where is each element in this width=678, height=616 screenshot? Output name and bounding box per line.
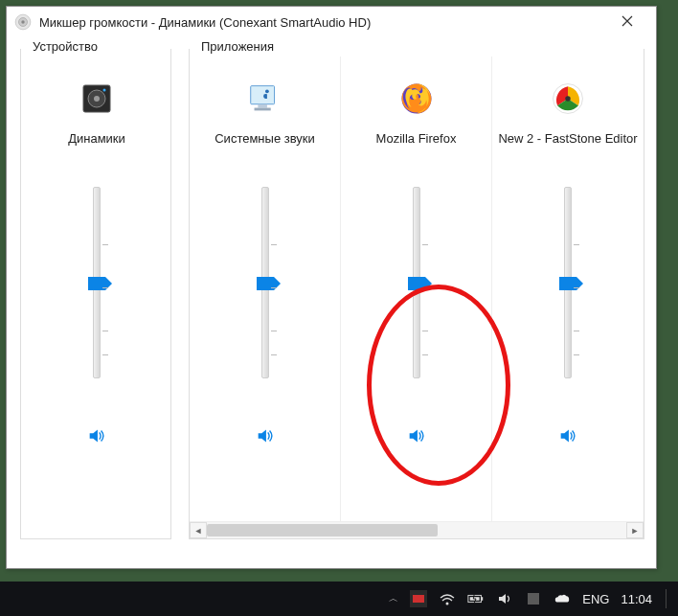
app-mute-button[interactable]	[254, 424, 277, 447]
scroll-right-button[interactable]: ►	[626, 522, 644, 538]
app-channel-faststone: New 2 - FastStone Editor	[492, 57, 644, 521]
tray-app-icon[interactable]	[410, 590, 427, 607]
device-label: Динамики	[62, 131, 131, 166]
apps-section: Приложения Системные звуки	[189, 49, 644, 539]
tray-overflow-button[interactable]: ︿	[389, 592, 398, 605]
svg-rect-8	[258, 104, 267, 108]
taskbar: ︿ ENG 11:04	[0, 582, 678, 616]
svg-point-13	[565, 96, 570, 101]
apps-section-label: Приложения	[197, 39, 278, 54]
battery-icon[interactable]	[467, 590, 485, 607]
tray-square-icon[interactable]	[525, 590, 542, 607]
svg-rect-9	[254, 108, 270, 111]
svg-point-5	[94, 96, 100, 102]
volume-icon[interactable]	[496, 590, 513, 607]
svg-rect-20	[528, 593, 539, 605]
content-area: Устройство Динамики	[7, 37, 656, 553]
wifi-icon[interactable]	[439, 590, 456, 607]
system-sounds-icon[interactable]	[242, 76, 288, 122]
device-mute-button[interactable]	[85, 424, 108, 447]
app-label: Системные звуки	[209, 131, 321, 166]
onedrive-icon[interactable]	[554, 590, 571, 607]
app-slider[interactable]	[248, 187, 282, 401]
device-slider[interactable]	[79, 187, 114, 401]
language-indicator[interactable]: ENG	[582, 592, 609, 606]
svg-rect-7	[250, 86, 274, 104]
scroll-thumb[interactable]	[207, 524, 438, 536]
device-section: Устройство Динамики	[20, 49, 171, 539]
scroll-left-button[interactable]: ◄	[190, 522, 207, 538]
svg-point-16	[446, 603, 449, 605]
scroll-track[interactable]	[207, 522, 626, 538]
clock[interactable]: 11:04	[621, 592, 652, 606]
app-channel-firefox: Mozilla Firefox	[341, 57, 492, 521]
svg-point-2	[21, 20, 24, 23]
svg-point-10	[265, 89, 269, 93]
svg-point-6	[103, 89, 106, 92]
firefox-icon[interactable]	[394, 76, 440, 122]
app-label: New 2 - FastStone Editor	[492, 131, 643, 166]
titlebar: Микшер громкости - Динамики (Conexant Sm…	[7, 7, 656, 37]
speakers-icon[interactable]	[74, 76, 120, 122]
app-slider[interactable]	[399, 187, 434, 401]
window-title: Микшер громкости - Динамики (Conexant Sm…	[39, 15, 606, 30]
close-button[interactable]	[606, 14, 648, 30]
app-mute-button[interactable]	[405, 424, 428, 447]
apps-horizontal-scrollbar[interactable]: ◄ ►	[190, 521, 644, 538]
faststone-icon[interactable]	[545, 76, 591, 122]
svg-rect-18	[482, 597, 484, 601]
volume-mixer-icon	[14, 13, 32, 31]
app-mute-button[interactable]	[556, 424, 579, 447]
app-slider[interactable]	[551, 187, 585, 401]
apps-grid: Системные звуки Mozilla Firefox	[190, 57, 644, 521]
volume-mixer-window: Микшер громкости - Динамики (Conexant Sm…	[6, 6, 657, 569]
app-label: Mozilla Firefox	[371, 131, 463, 166]
tray-divider	[666, 589, 667, 608]
device-section-label: Устройство	[29, 39, 102, 54]
app-channel-system-sounds: Системные звуки	[190, 57, 341, 521]
device-channel: Динамики	[21, 57, 172, 447]
svg-rect-15	[413, 595, 424, 603]
